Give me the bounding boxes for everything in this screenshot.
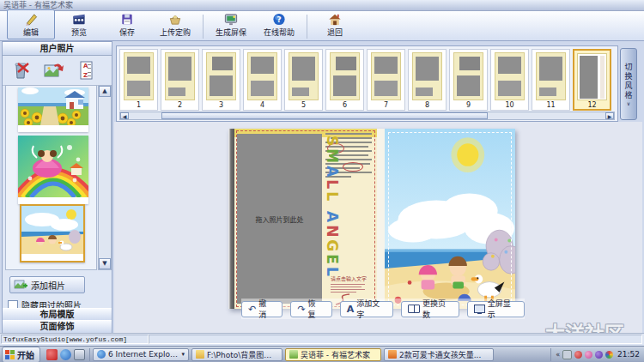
page-thumb-5[interactable]: 5 — [284, 49, 323, 111]
desktop-screen: 吴语菲 - 有福艺术家 编辑 预览 保存 上传定购 生成屏保 ? 在线帮助 — [0, 0, 644, 362]
add-text-button[interactable]: A 添加文字 — [340, 301, 394, 317]
sunflower-house-image — [18, 87, 88, 125]
page-preview — [289, 52, 319, 100]
page-thumb-1[interactable]: 1 — [119, 49, 158, 111]
page-thumb-11[interactable]: 11 — [532, 49, 570, 111]
album-right-page[interactable] — [385, 129, 515, 309]
quick-launch-bar — [42, 348, 90, 361]
scroll-down-button[interactable]: ▼ — [99, 258, 111, 269]
page-number: 8 — [425, 101, 429, 109]
add-text-icon: A — [347, 305, 355, 314]
qq-icon[interactable] — [46, 349, 58, 360]
page-number: 11 — [546, 101, 555, 109]
add-photo-icon — [14, 279, 27, 291]
tray-purple-icon[interactable] — [595, 351, 603, 359]
page-number: 10 — [505, 101, 513, 109]
scrollbar-thumb[interactable] — [161, 112, 488, 119]
taskbar-yofus-button[interactable]: 吴语菲 - 有福艺术家 — [285, 348, 381, 361]
start-button[interactable]: 开始 — [2, 347, 40, 362]
pencil-icon — [23, 12, 39, 27]
status-text: TofuxEasyStudio[www.yofus.com] — [1, 335, 149, 344]
page-preview — [495, 52, 525, 100]
page-thumb-12[interactable]: 12 — [573, 49, 611, 111]
floppy-icon — [119, 12, 135, 27]
exit-button[interactable]: 退回 — [311, 9, 359, 39]
red-annotation-circle — [343, 162, 363, 172]
page-thumb-10[interactable]: 10 — [490, 49, 529, 111]
page-thumb-3[interactable]: 3 — [202, 49, 240, 111]
undo-icon: ↶ — [248, 305, 256, 314]
page-thumb-6[interactable]: 6 — [325, 49, 364, 111]
show-desktop-icon[interactable] — [74, 349, 85, 360]
sort-photos-icon[interactable]: AZ — [75, 60, 97, 81]
page-thumb-7[interactable]: 7 — [367, 49, 405, 111]
toolbar-separator — [203, 15, 204, 39]
photo-thumb-rainbow-fairy[interactable] — [18, 136, 88, 204]
chevron-down-icon: ∨ — [627, 100, 630, 106]
page-thumb-4[interactable]: 4 — [243, 49, 282, 111]
page-preview — [124, 52, 154, 100]
home-icon — [327, 12, 343, 27]
scroll-up-button[interactable]: ▲ — [99, 86, 111, 97]
page-preview — [330, 52, 360, 100]
tray-chevron-icon[interactable]: « — [556, 351, 560, 359]
photo-thumb-beach-kids[interactable] — [20, 204, 85, 262]
svg-text:Z: Z — [83, 72, 88, 79]
switch-style-handle[interactable]: 切换风格 ∨ — [620, 48, 637, 120]
fullscreen-button[interactable]: 全屏显示 — [467, 301, 525, 317]
page-number: 9 — [466, 101, 471, 109]
taskbar-ie-group-button[interactable]: 6 Internet Explorer ▾ — [93, 348, 189, 361]
pages-scrollbar[interactable]: ◀ ▶ — [119, 112, 615, 120]
tray-red-icon[interactable] — [574, 351, 582, 359]
upload-order-button[interactable]: 上传定购 — [151, 9, 199, 39]
toolbar-separator — [307, 15, 307, 39]
scroll-right-button[interactable]: ▶ — [605, 112, 614, 119]
ie-icon[interactable] — [60, 349, 71, 360]
photo-margin — [21, 254, 83, 261]
page-number: 4 — [260, 101, 264, 109]
taskbar-folder-button[interactable]: F:\Photo\背景图片素... — [191, 348, 283, 361]
page-number: 2 — [178, 101, 182, 109]
page-preview — [165, 52, 195, 100]
windows-logo-icon — [5, 350, 15, 359]
film-icon — [71, 12, 87, 27]
undo-button[interactable]: ↶ 撤 消 — [241, 301, 283, 317]
tray-pink-icon[interactable] — [585, 351, 592, 359]
delete-photo-icon[interactable] — [9, 60, 32, 81]
page-preview — [412, 52, 442, 100]
add-photo-button[interactable]: 添加相片 — [9, 276, 85, 293]
redo-icon: ↷ — [297, 305, 305, 314]
preview-button[interactable]: 预览 — [55, 9, 103, 39]
photo-thumbnail-list — [5, 85, 97, 270]
photo-drop-zone[interactable]: 拖入照片到此处 — [237, 134, 322, 304]
change-pages-button[interactable]: 更换页数 — [401, 301, 459, 317]
photo-list-scrollbar[interactable]: ▲ ▼ — [98, 85, 112, 270]
user-photos-panel: 用户照片 AZ — [2, 41, 112, 333]
scroll-left-button[interactable]: ◀ — [120, 112, 129, 119]
page-preview — [371, 52, 401, 100]
rotate-photo-icon[interactable] — [42, 60, 64, 81]
basket-icon — [167, 12, 183, 27]
tray-printer-icon[interactable] — [562, 350, 572, 359]
page-number: 5 — [301, 101, 306, 109]
taskbar-vector-girls-button[interactable]: 2款可爱卡通女孩矢量... — [384, 348, 494, 361]
picture-file-icon — [388, 350, 397, 359]
page-thumb-8[interactable]: 8 — [408, 49, 447, 111]
pages-strip-panel: 123456789101112 ◀ ▶ — [116, 45, 618, 122]
screensaver-button[interactable]: 生成屏保 — [207, 9, 255, 39]
tray-color-icon[interactable] — [605, 351, 613, 359]
photo-thumb-sunflower-house[interactable] — [18, 87, 88, 132]
album-spread: 拖入照片到此处 SMALL ANGEL 请点击输入文字 — [228, 129, 515, 309]
album-left-page[interactable]: 拖入照片到此处 SMALL ANGEL 请点击输入文字 — [234, 129, 377, 309]
page-preview — [247, 52, 277, 100]
page-decorate-bar[interactable]: 页面修饰 — [3, 320, 112, 334]
edit-button[interactable]: 编辑 — [7, 9, 55, 39]
save-button[interactable]: 保存 — [103, 9, 151, 39]
page-number: 6 — [343, 101, 347, 109]
page-thumb-9[interactable]: 9 — [449, 49, 488, 111]
user-photos-header: 用户照片 — [3, 42, 112, 56]
status-bar: TofuxEasyStudio[www.yofus.com] — [0, 333, 644, 346]
redo-button[interactable]: ↷ 恢 复 — [290, 301, 331, 317]
page-thumb-2[interactable]: 2 — [161, 49, 199, 111]
online-help-button[interactable]: ? 在线帮助 — [255, 9, 303, 39]
